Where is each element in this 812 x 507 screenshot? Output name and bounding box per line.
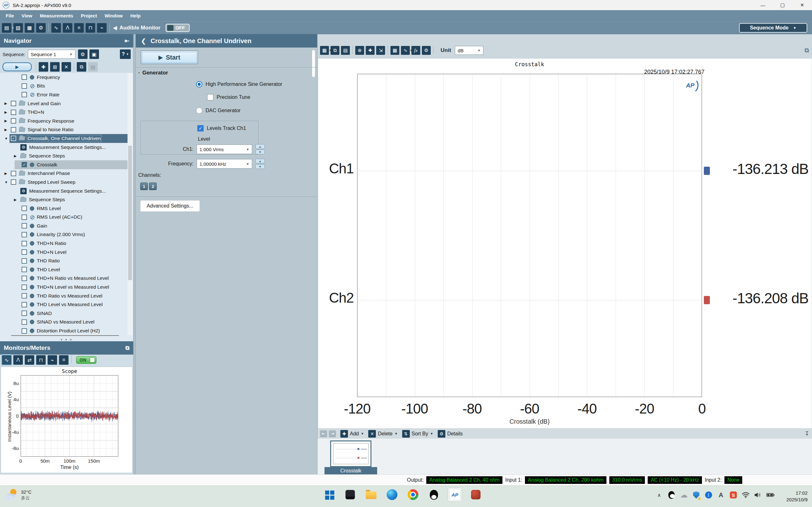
tree-item[interactable]: ⚙Measurement Sequence Settings... <box>0 143 128 152</box>
plot-area[interactable] <box>357 74 702 397</box>
channel-1-button[interactable]: 1 <box>140 182 148 190</box>
scope-monitor-icon[interactable]: ∿ <box>51 23 61 33</box>
sequence-settings-icon[interactable]: ⚙ <box>78 49 88 59</box>
tree-item[interactable]: Distortion Product Level (H2) <box>0 326 128 335</box>
menu-window[interactable]: Window <box>101 10 126 21</box>
back-icon[interactable]: ❮ <box>141 37 146 45</box>
tray-expand-icon[interactable]: ∧ <box>655 490 663 500</box>
add-sequence-step-icon[interactable]: ✚ <box>39 62 48 72</box>
weather-widget[interactable]: 32°C 多云 <box>4 488 32 502</box>
popout-icon[interactable]: ⧉ <box>125 345 130 351</box>
tree-item[interactable]: ▶Level and Gain <box>0 99 128 108</box>
ch1-level-stepper[interactable]: ▲▼ <box>255 144 265 154</box>
expand-expander-icon[interactable]: ▶ <box>4 128 11 132</box>
checkbox-unchecked-icon[interactable] <box>21 302 27 307</box>
tree-item[interactable]: ⚙Measurement Sequence Settings... <box>0 187 128 195</box>
checkbox-unchecked-icon[interactable] <box>21 232 27 237</box>
menu-project[interactable]: Project <box>77 10 101 21</box>
tree-item[interactable]: ▼Stepped Level Sweep <box>0 178 128 187</box>
monitors-on-toggle[interactable]: ON <box>76 356 96 364</box>
expand-expander-icon[interactable]: ▶ <box>14 154 20 158</box>
popout-icon[interactable]: ⧉ <box>804 47 809 54</box>
tree-item[interactable]: THD+N Level <box>0 248 128 257</box>
step-down-icon[interactable]: ▼ <box>255 150 265 154</box>
input1-config-badge[interactable]: 310.0 mVrms <box>609 476 645 484</box>
tree-item[interactable]: ▶THD+N <box>0 108 128 117</box>
bluetooth-tray-icon[interactable]: ᛒ <box>705 490 713 500</box>
checkbox-unchecked-icon[interactable] <box>21 258 27 264</box>
minimize-button[interactable]: — <box>753 0 773 10</box>
start-button[interactable]: ▶ Start <box>141 51 198 64</box>
expand-expander-icon[interactable]: ▶ <box>4 119 11 123</box>
menu-view[interactable]: View <box>18 10 36 21</box>
pan-graph-icon[interactable]: ✚ <box>366 46 374 55</box>
menu-measurements[interactable]: Measurements <box>36 10 77 21</box>
tree-item[interactable]: Frequency <box>0 73 128 82</box>
defender-tray-icon[interactable] <box>692 490 700 500</box>
collapse-panel-icon[interactable]: ⇤ <box>125 38 130 44</box>
new-project-icon[interactable]: ▤▼ <box>2 23 11 33</box>
widgets-app-icon[interactable] <box>343 488 357 502</box>
tree-item[interactable]: THD Level vs Measured Level <box>0 300 128 309</box>
sequence-protect-icon[interactable]: ▣ <box>90 49 99 59</box>
wifi-tray-icon[interactable] <box>742 490 750 500</box>
zoom-graph-icon[interactable]: ⊕ <box>355 46 364 55</box>
checkbox-unchecked-icon[interactable] <box>21 223 27 228</box>
expand-expander-icon[interactable]: ▶ <box>4 101 11 106</box>
tree-item[interactable]: THD Ratio <box>0 257 128 265</box>
tree-item[interactable]: THD+N Ratio vs Measured Level <box>0 274 128 283</box>
print-graph-icon[interactable]: ▤ <box>341 46 350 55</box>
graph-settings-icon[interactable]: ⚙ <box>422 46 431 55</box>
checkbox-unchecked-icon[interactable] <box>21 215 27 220</box>
checkbox-checked-icon[interactable]: ✓ <box>11 135 16 141</box>
tree-item[interactable]: ▶Frequency Response <box>0 117 128 125</box>
sequence-mode-button[interactable]: Sequence Mode ▼ <box>739 23 807 33</box>
ch1-level-input[interactable]: 1.000 Vrms ▼ <box>197 145 252 154</box>
checkbox-unchecked-icon[interactable] <box>21 83 27 89</box>
tree-item[interactable]: ✓Crosstalk <box>0 160 128 169</box>
checkbox-unchecked-icon[interactable] <box>11 171 16 176</box>
last-result-icon[interactable]: ⇥ <box>329 430 336 437</box>
menu-file[interactable]: File <box>2 10 18 21</box>
input2-config-badge[interactable]: None <box>724 476 742 484</box>
apx500-app-icon[interactable]: AP <box>448 488 462 502</box>
advanced-settings-button[interactable]: Advanced Settings... <box>140 200 200 212</box>
meters-view-icon[interactable]: ≡ <box>59 355 68 365</box>
precision-tune-option[interactable]: Precision Tune <box>207 94 250 101</box>
open-project-icon[interactable]: ▧ <box>13 23 23 33</box>
maximize-button[interactable]: ▢ <box>773 0 792 10</box>
checkbox-unchecked-icon[interactable] <box>21 249 27 255</box>
sort-by-button[interactable]: ⇅Sort By▼ <box>402 430 433 438</box>
menu-help[interactable]: Help <box>126 10 145 21</box>
audible-monitor-toggle[interactable]: OFF <box>165 24 190 32</box>
tree-item[interactable]: SINAD <box>0 309 128 318</box>
step-down-icon[interactable]: ▼ <box>255 164 265 169</box>
checkbox-unchecked-icon[interactable] <box>21 267 27 272</box>
vertical-splitter[interactable] <box>133 34 136 474</box>
unit-select[interactable]: dB ▼ <box>455 46 484 55</box>
io-view-icon[interactable]: ⇄ <box>25 355 34 365</box>
checkbox-checked-icon[interactable]: ✓ <box>21 162 27 167</box>
save-project-icon[interactable]: ▦ <box>25 23 34 33</box>
tree-item[interactable]: ⊘Bits <box>0 82 128 91</box>
collapse-expander-icon[interactable]: ▼ <box>4 180 11 184</box>
close-button[interactable]: ✕ <box>792 0 812 10</box>
first-result-icon[interactable]: ⇤ <box>320 430 327 437</box>
digital-view-icon[interactable]: ⊓ <box>36 355 46 365</box>
save-graph-icon[interactable]: ▦▼ <box>320 46 329 55</box>
result-thumbnail-label[interactable]: Crosstalk <box>324 467 377 474</box>
qq-app-icon[interactable] <box>427 488 441 502</box>
expand-expander-icon[interactable]: ▶ <box>4 171 11 176</box>
expand-expander-icon[interactable]: ▶ <box>4 110 11 114</box>
settings-scrollbar-thumb[interactable] <box>312 50 315 77</box>
tree-item[interactable]: RMS Level <box>0 204 128 213</box>
tree-item[interactable]: ▼✓Crosstalk, One Channel Undriven <box>0 134 128 143</box>
tree-item[interactable]: ▶Sequence Steps <box>0 195 128 204</box>
digital-monitor-icon[interactable]: ⊓ <box>86 23 95 33</box>
checkbox-unchecked-icon[interactable] <box>21 320 27 325</box>
add-button[interactable]: ✚Add▼ <box>340 430 364 438</box>
checkbox-unchecked-icon[interactable] <box>21 285 27 290</box>
input1-config-badge[interactable]: Analog Balanced 2 Ch, 200 kohm <box>525 476 606 484</box>
graph-type-icon[interactable]: ∿▼ <box>401 46 410 55</box>
checkbox-unchecked-icon[interactable] <box>207 94 213 101</box>
